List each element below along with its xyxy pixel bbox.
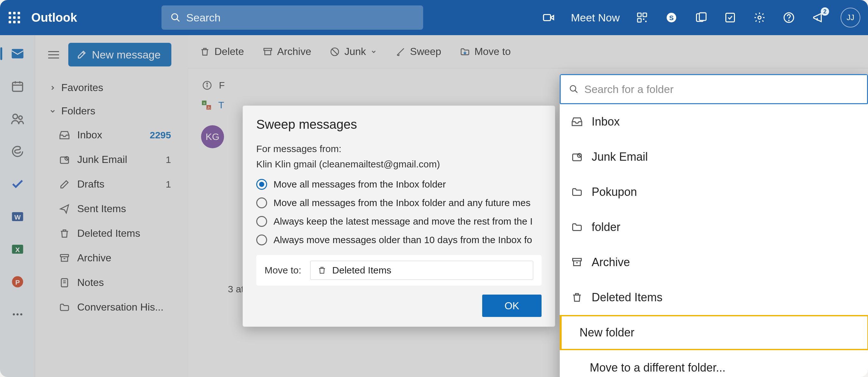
favorites-group[interactable]: Favorites [39, 76, 183, 99]
svg-rect-11 [700, 13, 706, 21]
folder-archive[interactable]: Archive [39, 246, 183, 270]
sender-avatar: KG [201, 125, 224, 148]
picker-item-new-folder[interactable]: New folder [560, 315, 868, 350]
svg-rect-2 [544, 15, 551, 21]
rail-people-icon[interactable] [9, 111, 26, 126]
sweep-opt-4[interactable]: Always move messages older than 10 days … [256, 234, 541, 245]
svg-rect-3 [638, 13, 641, 17]
picker-item-inbox[interactable]: Inbox [560, 104, 868, 139]
svg-point-0 [172, 14, 178, 20]
svg-point-44 [207, 83, 208, 84]
folder-conversation-history[interactable]: Conversation His... [39, 295, 183, 319]
sweep-from-label: For messages from: [256, 141, 541, 156]
sweep-opt-3[interactable]: Always keep the latest message and move … [256, 216, 541, 227]
folders-group[interactable]: Folders [39, 99, 183, 123]
drafts-icon [59, 179, 70, 190]
video-icon[interactable] [541, 10, 556, 25]
cmd-junk[interactable]: Junk [330, 46, 377, 58]
folder-list: Inbox 2295 Junk Email 1 Drafts 1 Sent It… [39, 123, 183, 319]
chevron-down-icon [49, 108, 56, 115]
cmd-archive[interactable]: Archive [262, 46, 311, 58]
cmd-sweep[interactable]: Sweep [395, 46, 441, 58]
rail-files-icon[interactable] [9, 144, 26, 159]
svg-point-29 [16, 313, 19, 316]
folder-icon [59, 301, 70, 313]
rail-more-icon[interactable] [9, 307, 26, 322]
svg-text:a: a [203, 101, 206, 105]
folder-junk[interactable]: Junk Email 1 [39, 147, 183, 172]
svg-text:W: W [14, 213, 21, 221]
skype-icon[interactable]: S [664, 10, 678, 25]
rail-mail-icon[interactable] [9, 46, 26, 61]
sweep-opt-2[interactable]: Move all messages from the Inbox folder … [256, 198, 541, 208]
folder-drafts[interactable]: Drafts 1 [39, 172, 183, 197]
sweep-from-value: Klin Klin gmail (cleanemailtest@gmail.co… [256, 156, 541, 172]
svg-rect-6 [643, 19, 644, 20]
block-icon [330, 47, 340, 57]
rail-word-icon[interactable]: W [9, 209, 26, 224]
info-icon [202, 81, 212, 90]
folder-deleted[interactable]: Deleted Items [39, 221, 183, 246]
folder-picker-search[interactable] [560, 74, 868, 104]
rail-excel-icon[interactable]: X [9, 241, 26, 257]
svg-rect-34 [60, 254, 69, 257]
archive-icon [59, 252, 70, 264]
picker-item-different-folder[interactable]: Move to a different folder... [560, 350, 868, 377]
picker-item-folder[interactable]: folder [560, 210, 868, 245]
moveto-select[interactable]: Deleted Items [310, 261, 533, 280]
cmd-delete[interactable]: Delete [200, 46, 244, 58]
sent-icon [59, 203, 70, 215]
svg-point-15 [788, 20, 789, 21]
inbox-icon [59, 129, 70, 141]
trash-icon [59, 228, 70, 239]
announce-icon[interactable]: 2 [811, 10, 825, 25]
svg-text:X: X [15, 246, 20, 253]
chevron-right-icon [49, 84, 56, 91]
help-icon[interactable] [782, 10, 796, 25]
folder-icon [570, 221, 583, 234]
settings-icon[interactable] [752, 10, 767, 25]
user-avatar[interactable]: JJ [841, 8, 860, 27]
app-rail: W X P [0, 35, 35, 377]
picker-item-archive[interactable]: Archive [560, 245, 868, 280]
rail-todo-icon[interactable] [9, 176, 26, 192]
svg-point-13 [758, 16, 761, 19]
meet-now-button[interactable]: Meet Now [571, 11, 620, 24]
header-actions: Meet Now S 2 JJ [541, 8, 860, 27]
svg-rect-39 [264, 48, 272, 51]
rail-calendar-icon[interactable] [9, 79, 26, 94]
app-header: Outlook Meet Now S 2 JJ [0, 0, 868, 35]
folder-inbox[interactable]: Inbox 2295 [39, 123, 183, 147]
compose-icon [76, 50, 87, 60]
rail-powerpoint-icon[interactable]: P [9, 274, 26, 289]
sweep-icon [395, 47, 406, 57]
svg-line-1 [177, 19, 179, 21]
new-message-button[interactable]: New message [68, 43, 172, 66]
notes-icon [59, 277, 70, 289]
trash-icon [570, 291, 583, 304]
svg-point-28 [13, 313, 15, 316]
radio-icon [256, 179, 267, 190]
trash-icon [317, 266, 327, 275]
sweep-ok-button[interactable]: OK [482, 295, 541, 317]
global-search-input[interactable] [186, 11, 414, 24]
app-launcher-icon[interactable] [8, 11, 21, 24]
todo-header-icon[interactable] [723, 10, 737, 25]
folder-nav-pane: New message Favorites Folders Inbox 2295 [35, 35, 188, 377]
qr-icon[interactable] [635, 10, 649, 25]
picker-item-junk[interactable]: Junk Email [560, 139, 868, 174]
sweep-opt-1[interactable]: Move all messages from the Inbox folder [256, 179, 541, 190]
picker-item-pokupon[interactable]: Pokupon [560, 174, 868, 210]
picker-item-deleted[interactable]: Deleted Items [560, 280, 868, 315]
teams-icon[interactable] [694, 10, 708, 25]
global-search[interactable] [161, 5, 423, 30]
folders-label: Folders [61, 105, 95, 117]
inbox-icon [570, 115, 583, 128]
folder-sent[interactable]: Sent Items [39, 197, 183, 221]
junk-icon [570, 150, 583, 163]
search-icon [569, 84, 579, 94]
folder-notes[interactable]: Notes [39, 270, 183, 295]
toggle-nav-icon[interactable] [46, 48, 61, 62]
folder-search-input[interactable] [584, 83, 859, 95]
cmd-moveto[interactable]: Move to [460, 46, 511, 58]
